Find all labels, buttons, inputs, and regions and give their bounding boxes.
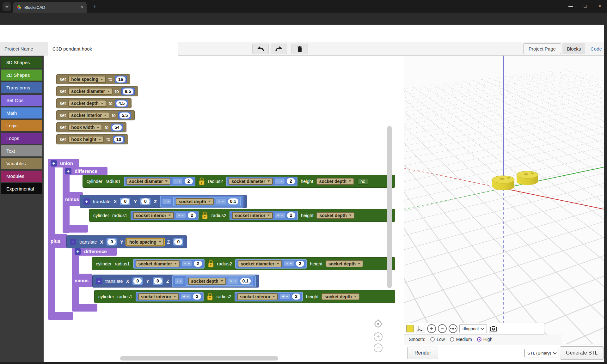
set-block[interactable]: setsocket depthto4.5 [56, 98, 132, 108]
variable-dropdown[interactable]: socket depth [326, 260, 363, 267]
cylinder-block[interactable]: cylinderradius1 socket interior÷2 radius… [89, 209, 395, 222]
mutator-plus-icon[interactable]: + [96, 278, 102, 284]
window-maximize-button[interactable]: □ [578, 0, 592, 12]
variable-dropdown[interactable]: socket diameter [136, 260, 180, 267]
operator-dropdown[interactable]: - [162, 199, 171, 204]
sidebar-item-math[interactable]: Math [1, 107, 42, 118]
number-block[interactable]: 0 [120, 197, 131, 205]
difference-block-foot[interactable] [63, 225, 88, 233]
render-button[interactable]: Render [407, 347, 438, 359]
variable-dropdown[interactable]: socket depth [316, 212, 354, 219]
axes-toggle-button[interactable] [416, 324, 425, 333]
variable-dropdown[interactable]: hook height [68, 136, 104, 143]
operator-dropdown[interactable]: ÷ [280, 294, 290, 299]
generate-stl-button[interactable]: Generate STL [560, 346, 604, 360]
sidebar-item-2d-shapes[interactable]: 2D Shapes [1, 70, 42, 81]
lock-icon[interactable] [208, 260, 214, 268]
variable-dropdown[interactable]: socket interior [133, 212, 174, 219]
set-block[interactable]: sethole spacingto16 [56, 74, 130, 84]
math-divide-block[interactable]: socket interior÷2 [136, 292, 204, 301]
operator-dropdown[interactable]: ÷ [173, 179, 182, 184]
sidebar-item-modules[interactable]: Modules [1, 171, 42, 182]
operator-dropdown[interactable]: ÷ [284, 261, 294, 266]
workspace-zoom-out-button[interactable]: − [374, 343, 383, 352]
mutator-plus-icon[interactable]: + [65, 168, 71, 174]
variable-dropdown[interactable]: socket diameter [68, 88, 113, 95]
operator-dropdown[interactable]: ÷ [181, 294, 191, 299]
variable-dropdown[interactable]: socket depth [176, 198, 213, 205]
tab-close-icon[interactable]: × [81, 5, 83, 10]
number-block[interactable]: 5.5 [118, 112, 131, 119]
operator-dropdown[interactable]: ÷ [182, 261, 191, 266]
union-block-foot[interactable] [48, 312, 73, 320]
blocks-view-button[interactable]: Blocks [562, 43, 585, 54]
mutator-plus-icon[interactable]: + [70, 239, 76, 245]
math-divide-block[interactable]: socket diameter÷2 [133, 259, 205, 269]
window-minimize-button[interactable]: — [563, 0, 578, 12]
model-color-swatch[interactable] [406, 325, 414, 332]
sidebar-item-experimental[interactable]: Experimental [1, 183, 42, 194]
difference-block[interactable]: + difference [72, 247, 117, 256]
operator-dropdown[interactable]: ÷ [275, 213, 285, 218]
math-divide-block[interactable]: socket diameter÷2 [226, 177, 297, 186]
tab-search-button[interactable] [3, 2, 11, 11]
translate-block[interactable]: + translate X0 Y hole spacing Z0 [66, 235, 187, 248]
project-page-button[interactable]: Project Page [523, 43, 561, 54]
smooth-option-medium[interactable]: Medium [450, 337, 472, 342]
smooth-option-low[interactable]: Low [430, 337, 445, 342]
number-block[interactable]: 9.5 [121, 88, 134, 95]
lock-icon[interactable] [202, 211, 208, 220]
math-divide-block[interactable]: socket interior÷2 [230, 211, 298, 220]
center-dropdown[interactable]: nc [357, 178, 368, 185]
number-block[interactable]: 0 [140, 197, 151, 205]
workspace-horizontal-scrollbar[interactable] [120, 356, 278, 361]
new-tab-button[interactable]: + [90, 3, 99, 11]
set-block[interactable]: setsocket interiorto5.5 [56, 110, 135, 120]
math-negate-block[interactable]: - socket depth×0.1 [172, 275, 256, 287]
smooth-option-high[interactable]: High [477, 337, 493, 342]
sidebar-item-set-ops[interactable]: Set Ops [1, 95, 42, 106]
sidebar-item-variables[interactable]: Variables [1, 158, 42, 169]
difference-block-foot[interactable] [72, 304, 97, 312]
variable-dropdown[interactable]: socket interior [232, 212, 273, 219]
view-angle-select[interactable]: diagonal [459, 324, 487, 333]
set-block[interactable]: sethook widthto54 [56, 122, 126, 132]
number-block[interactable]: 0 [152, 277, 163, 285]
operator-dropdown[interactable]: ÷ [275, 179, 285, 184]
math-divide-block[interactable]: socket diameter÷2 [235, 259, 307, 269]
operator-dropdown[interactable]: - [175, 278, 184, 284]
window-close-button[interactable]: × [592, 0, 607, 12]
variable-dropdown[interactable]: socket depth [322, 293, 359, 300]
lock-icon[interactable] [207, 293, 213, 301]
trash-button[interactable] [291, 44, 308, 54]
redo-button[interactable] [271, 44, 287, 54]
number-block[interactable]: 4.5 [115, 100, 128, 107]
math-divide-block[interactable]: socket diameter÷2 [124, 177, 195, 186]
variable-dropdown[interactable]: socket interior [237, 293, 278, 300]
math-multiply-block[interactable]: socket depth×0.1 [173, 197, 241, 206]
render-viewport[interactable] [404, 56, 604, 364]
operator-dropdown[interactable]: × [228, 278, 238, 284]
stl-format-select[interactable]: STL (Binary) [524, 349, 559, 357]
difference-block[interactable]: + difference [63, 167, 107, 175]
variable-dropdown[interactable]: socket diameter [229, 178, 273, 185]
viewport-zoom-out-button[interactable]: − [438, 324, 447, 333]
browser-tab[interactable]: BlocksCAD × [13, 2, 87, 13]
variable-dropdown[interactable]: socket depth [68, 100, 106, 107]
set-block[interactable]: setsocket diameterto9.5 [56, 86, 138, 96]
number-block[interactable]: 10 [113, 136, 125, 143]
sidebar-item-text[interactable]: Text [1, 145, 42, 156]
set-block[interactable]: sethook heightto10 [56, 134, 128, 144]
sidebar-item-loops[interactable]: Loops [1, 133, 42, 144]
number-block[interactable]: 0 [106, 238, 117, 246]
variable-dropdown[interactable]: socket depth [188, 278, 226, 285]
viewport-reset-view-button[interactable] [449, 324, 457, 333]
cylinder-block[interactable]: cylinderradius1 socket interior÷2 radius… [94, 290, 395, 303]
variable-dropdown-selected[interactable]: hole spacing [126, 239, 164, 246]
mutator-plus-icon[interactable]: + [51, 160, 57, 167]
math-divide-block[interactable]: socket interior÷2 [235, 292, 303, 301]
number-block[interactable]: 0 [173, 238, 184, 246]
cylinder-block[interactable]: cylinderradius1 socket diameter÷2 radius… [83, 175, 395, 188]
variable-dropdown[interactable]: hook width [68, 124, 102, 131]
variable-dropdown[interactable]: socket diameter [126, 178, 171, 185]
